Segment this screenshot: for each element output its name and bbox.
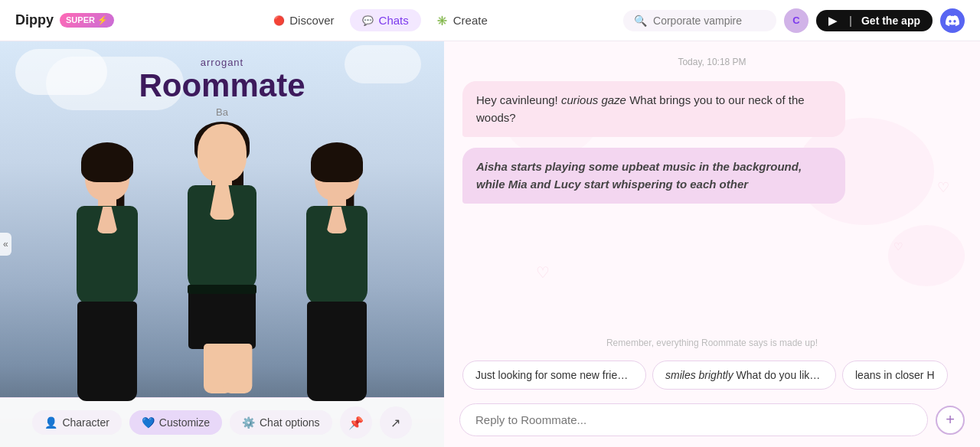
quick-replies: Just looking for some new friends. smile… (444, 354, 980, 396)
character-icon: 👤 (44, 416, 57, 429)
discover-icon: 🔴 (273, 15, 285, 27)
main-content: arrogant Roommate Ba (0, 41, 980, 447)
chat-options-icon: ⚙️ (242, 416, 255, 429)
nav-create-label: Create (453, 14, 488, 27)
quick-reply-2[interactable]: smiles brightly What do you like to do f… (652, 361, 836, 390)
quick-reply-3[interactable]: leans in closer H (842, 361, 948, 390)
logo-area: Dippy SUPER ⚡ (15, 12, 114, 28)
app-store-icons: ▶ (828, 15, 840, 27)
nav-discover[interactable]: 🔴 Discover (260, 9, 346, 31)
character-button[interactable]: 👤 Character (32, 410, 121, 435)
chat-panel: ♡ ♡ ♡ Today, 10:18 PM Hey cavinleung! cu… (444, 41, 980, 447)
bottom-toolbar: 👤 Character 💙 Customize ⚙️ Chat options … (0, 397, 444, 447)
get-app-label: Get the app (861, 15, 920, 27)
nav-create[interactable]: ✳️ Create (424, 9, 500, 31)
figure-right (276, 141, 398, 401)
figure-left (46, 141, 168, 401)
figure-center (153, 118, 291, 393)
customize-button[interactable]: 💙 Customize (129, 410, 222, 435)
add-button[interactable]: + (936, 406, 965, 435)
character-title-area: arrogant Roommate Ba (0, 57, 444, 118)
chat-message-1: Hey cavinleung! curious gaze What brings… (462, 81, 845, 137)
user-avatar[interactable]: C (784, 8, 808, 33)
super-badge[interactable]: SUPER ⚡ (60, 13, 114, 28)
pin-icon: 📌 (348, 416, 364, 430)
character-subtitle: arrogant (0, 57, 444, 68)
search-box[interactable]: 🔍 (623, 10, 776, 31)
chat-disclaimer: Remember, everything Roommate says is ma… (444, 331, 980, 354)
chat-options-label: Chat options (260, 416, 320, 429)
chat-timestamp: Today, 10:18 PM (462, 57, 962, 67)
character-label: Character (62, 416, 109, 429)
chats-icon: 💬 (362, 15, 374, 27)
nav-chats-label: Chats (379, 14, 409, 27)
discord-button[interactable] (940, 8, 965, 33)
get-app-button[interactable]: ▶ | Get the app (816, 10, 933, 31)
chat-input-area: + (444, 396, 980, 447)
share-button[interactable]: ↗ (380, 406, 412, 439)
nav-discover-label: Discover (289, 14, 334, 27)
share-icon: ↗ (390, 416, 400, 430)
chat-messages: Today, 10:18 PM Hey cavinleung! curious … (444, 41, 980, 331)
search-icon: 🔍 (634, 15, 647, 27)
header: Dippy SUPER ⚡ 🔴 Discover 💬 Chats ✳️ Crea… (0, 0, 980, 41)
nav-chats[interactable]: 💬 Chats (350, 9, 421, 31)
character-by: Ba (0, 106, 444, 118)
logo-text: Dippy (15, 12, 54, 28)
character-panel: arrogant Roommate Ba (0, 41, 444, 447)
collapse-button[interactable]: « (0, 233, 11, 256)
chat-message-2-text: Aisha starts playing some upbeat music i… (476, 160, 802, 191)
google-play-icon: ▶ (828, 15, 837, 27)
quick-reply-1[interactable]: Just looking for some new friends. (462, 361, 646, 390)
header-right: 🔍 C ▶ | Get the app (623, 8, 965, 33)
chat-message-2: Aisha starts playing some upbeat music i… (462, 148, 845, 204)
chat-options-button[interactable]: ⚙️ Chat options (230, 410, 332, 435)
pin-button[interactable]: 📌 (340, 406, 372, 439)
search-input[interactable] (653, 15, 766, 27)
create-icon: ✳️ (436, 15, 449, 27)
customize-label: Customize (159, 416, 210, 429)
nav: 🔴 Discover 💬 Chats ✳️ Create (137, 9, 623, 31)
character-figures (0, 110, 444, 393)
chat-input[interactable] (459, 403, 928, 436)
character-title: Roommate (0, 68, 444, 103)
chat-message-1-prefix: Hey cavinleung! curious gaze What brings… (476, 93, 805, 124)
customize-icon: 💙 (142, 416, 155, 429)
